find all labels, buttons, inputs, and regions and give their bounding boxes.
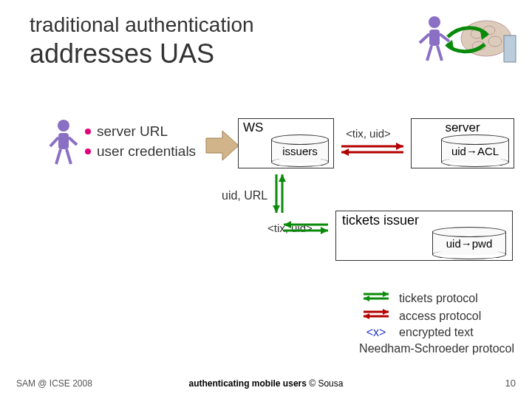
issuers-db-label: issuers [271, 145, 329, 157]
svg-line-17 [69, 137, 77, 145]
svg-line-11 [437, 46, 442, 61]
svg-marker-36 [364, 296, 369, 301]
ws-box: WS issuers [238, 118, 334, 168]
bullet-user-credentials: user credentials [85, 142, 196, 162]
slide-title-line1: traditional authentication [30, 13, 254, 37]
footer-center-bold: authenticating mobile users [189, 378, 307, 389]
acl-db-icon: uid→ACL [441, 139, 509, 163]
slide-number: 10 [505, 378, 516, 389]
legend-row-access: access protocol [359, 307, 514, 325]
svg-rect-7 [429, 30, 440, 46]
svg-point-6 [429, 16, 440, 28]
legend-row-encrypted: <x> encrypted text [359, 324, 514, 341]
svg-marker-24 [341, 149, 349, 156]
svg-line-19 [66, 149, 71, 164]
bullet-server-url: server URL [85, 122, 196, 142]
bullet-label: server URL [97, 122, 168, 142]
svg-line-16 [50, 137, 58, 146]
legend-label: Needham-Schroeder protocol [359, 341, 514, 357]
legend: tickets protocol access protocol <x> enc… [359, 290, 514, 356]
svg-marker-40 [364, 313, 369, 319]
bullet-dot-icon [85, 129, 91, 134]
ticket-arrow-right-icon [279, 219, 335, 236]
bullet-label: user credentials [97, 142, 196, 162]
svg-marker-28 [279, 174, 286, 182]
legend-enc-symbol: <x> [359, 324, 393, 341]
pwd-db-label: uid→pwd [432, 237, 506, 250]
bullet-dot-icon [85, 149, 91, 154]
legend-green-arrow-icon [359, 290, 393, 307]
svg-marker-32 [321, 227, 328, 234]
svg-rect-5 [504, 35, 516, 62]
issuers-db-icon: issuers [271, 139, 329, 163]
tickets-issuer-label: tickets issuer [342, 213, 419, 228]
access-arrow-icon [334, 140, 411, 158]
svg-marker-20 [206, 131, 239, 160]
uid-url-label: uid, URL [222, 189, 267, 202]
footer-center-copy: © Sousa [307, 378, 344, 389]
svg-point-14 [58, 120, 69, 132]
flow-block-arrow-icon [205, 129, 240, 162]
legend-red-arrow-icon [359, 307, 393, 325]
tickets-issuer-box: tickets issuer uid→pwd [335, 211, 513, 261]
acl-db-label: uid→ACL [441, 145, 509, 157]
footer-center: authenticating mobile users © Sousa [0, 378, 532, 389]
svg-marker-34 [383, 291, 389, 297]
legend-row-protocol: Needham-Schroeder protocol [359, 341, 514, 357]
svg-line-8 [420, 34, 429, 43]
tix-uid-label-top: <tix, uid> [346, 127, 391, 140]
ticket-arrow-down-icon [270, 168, 288, 219]
svg-rect-15 [58, 133, 69, 149]
svg-line-10 [427, 46, 432, 61]
user-left-icon [46, 117, 81, 170]
legend-label: tickets protocol [399, 290, 478, 307]
user-brain-icon [406, 12, 517, 69]
server-label: server [412, 120, 514, 135]
legend-label: encrypted text [399, 324, 474, 341]
input-bullet-list: server URL user credentials [85, 122, 196, 161]
legend-row-tickets: tickets protocol [359, 290, 514, 307]
svg-line-18 [56, 149, 61, 164]
server-box: server uid→ACL [411, 118, 514, 168]
slide-title-line2: addresses UAS [30, 38, 214, 69]
pwd-db-icon: uid→pwd [432, 231, 506, 255]
svg-marker-38 [383, 309, 389, 315]
svg-marker-22 [396, 143, 403, 150]
ws-label: WS [243, 120, 263, 135]
svg-marker-26 [273, 205, 280, 213]
svg-marker-30 [284, 221, 291, 228]
legend-label: access protocol [399, 308, 481, 324]
